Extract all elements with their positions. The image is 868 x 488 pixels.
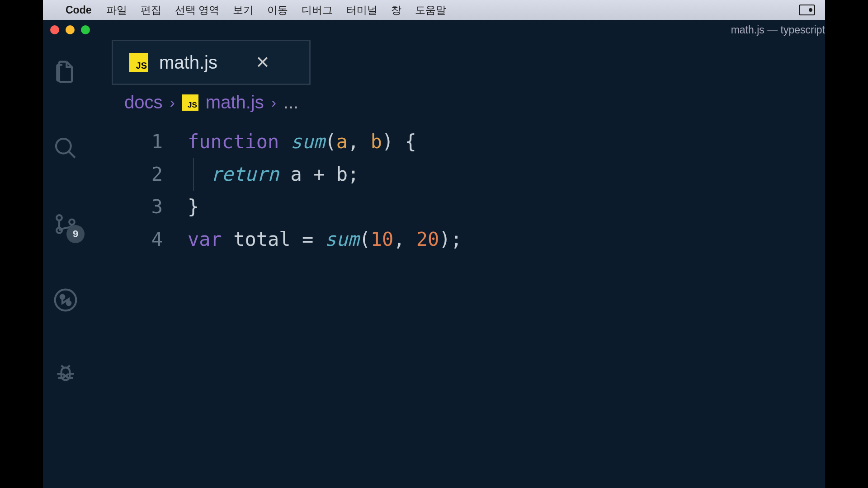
mac-menubar: Code 파일 편집 선택 영역 보기 이동 디버그 터미널 창 도움말	[43, 0, 825, 20]
tab-bar: JS math.js ✕	[88, 40, 825, 85]
code-editor[interactable]: 1 2 3 4 function sum(a, b) { return a + …	[88, 120, 825, 488]
js-file-icon: JS	[182, 94, 198, 111]
chevron-right-icon: ›	[271, 94, 276, 111]
screen-record-icon[interactable]	[799, 5, 815, 15]
code-content[interactable]: function sum(a, b) { return a + b; } var…	[188, 126, 825, 488]
window-minimize-button[interactable]	[66, 25, 75, 34]
line-number: 3	[88, 191, 163, 223]
scm-changes-badge: 9	[66, 225, 85, 243]
activity-bar: 9	[43, 40, 88, 488]
menubar-item-debug[interactable]: 디버그	[302, 3, 333, 17]
breadcrumb-folder[interactable]: docs	[124, 92, 163, 113]
breadcrumb: docs › JS math.js › ...	[88, 85, 825, 120]
menubar-item-window[interactable]: 창	[391, 3, 401, 17]
gitlens-icon[interactable]	[52, 286, 79, 314]
svg-point-4	[69, 220, 75, 225]
menubar-item-terminal[interactable]: 터미널	[346, 3, 377, 17]
svg-line-1	[69, 151, 75, 158]
tab-mathjs[interactable]: JS math.js ✕	[112, 40, 311, 85]
menubar-item-help[interactable]: 도움말	[415, 3, 446, 17]
editor-window: math.js — typescript 9	[43, 20, 825, 488]
window-maximize-button[interactable]	[81, 25, 90, 34]
line-number: 1	[88, 126, 163, 158]
menubar-item-view[interactable]: 보기	[233, 3, 254, 17]
breadcrumb-symbol[interactable]: ...	[283, 92, 298, 113]
breadcrumb-file[interactable]: math.js	[206, 92, 264, 113]
code-line[interactable]: function sum(a, b) {	[188, 126, 825, 158]
menubar-app-name[interactable]: Code	[66, 4, 92, 16]
tab-label: math.js	[159, 52, 217, 73]
source-control-icon[interactable]: 9	[52, 211, 79, 238]
code-line[interactable]: }	[188, 191, 825, 223]
debug-icon[interactable]	[52, 362, 79, 389]
menubar-item-selection[interactable]: 선택 영역	[175, 3, 219, 17]
chevron-right-icon: ›	[170, 94, 175, 111]
tab-close-icon[interactable]: ✕	[255, 52, 270, 72]
line-number-gutter: 1 2 3 4	[88, 126, 188, 488]
line-number: 2	[88, 158, 163, 191]
search-icon[interactable]	[52, 135, 79, 162]
code-line[interactable]: return a + b;	[188, 158, 825, 191]
line-number: 4	[88, 223, 163, 256]
menubar-item-go[interactable]: 이동	[267, 3, 288, 17]
window-titlebar: math.js — typescript	[43, 20, 825, 40]
code-line[interactable]: var total = sum(10, 20);	[188, 223, 825, 256]
svg-point-2	[57, 215, 62, 221]
menubar-item-file[interactable]: 파일	[106, 3, 127, 17]
window-title: math.js — typescript	[731, 24, 825, 36]
window-close-button[interactable]	[50, 25, 59, 34]
menubar-item-edit[interactable]: 편집	[141, 3, 161, 17]
svg-point-6	[61, 295, 64, 299]
svg-point-0	[56, 139, 71, 154]
js-file-icon: JS	[129, 53, 148, 72]
explorer-icon[interactable]	[52, 59, 79, 86]
